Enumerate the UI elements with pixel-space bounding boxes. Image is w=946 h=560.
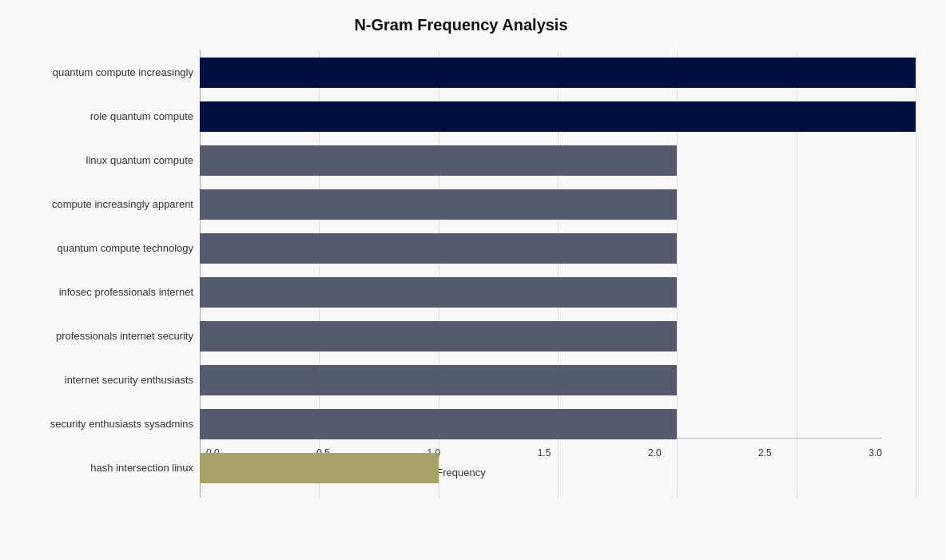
bar [200,277,677,308]
bar-wrapper [200,314,882,358]
bar-row: role quantum compute [8,94,882,138]
chart-title: N-Gram Frequency Analysis [8,16,914,34]
bar-row: security enthusiasts sysadmins [8,402,882,446]
bar-wrapper [200,270,882,314]
bar [200,189,677,220]
bar [200,321,677,351]
bar-wrapper [200,138,882,182]
x-axis-tick-label: 2.5 [758,447,772,459]
bar-wrapper [200,94,916,138]
bar-row: linux quantum compute [8,138,882,182]
bar-label: linux quantum compute [8,154,200,166]
bar [200,365,677,395]
bar [200,453,439,483]
x-axis-tick-label: 2.0 [648,447,662,459]
bar-row: professionals internet security [8,314,882,358]
bar [200,409,677,439]
bar-wrapper [200,50,916,94]
bar-label: infosec professionals internet [8,286,200,298]
bar-wrapper [200,402,882,446]
bar-wrapper [200,226,882,270]
bar [200,58,916,88]
bar-row: compute increasingly apparent [8,182,882,226]
bar-row: quantum compute technology [8,226,882,270]
x-axis-tick-label: 3.0 [868,447,882,459]
bar [200,101,916,132]
bar [200,233,677,264]
bar-row: internet security enthusiasts [8,358,882,402]
bar [200,145,677,176]
bar-label: quantum compute technology [8,242,200,254]
x-axis-title: Frequency [8,467,914,479]
x-axis-tick-label: 1.5 [538,447,551,459]
bar-wrapper [200,358,882,402]
bar-label: security enthusiasts sysadmins [8,418,200,430]
bars-container: quantum compute increasinglyrole quantum… [8,50,882,490]
bar-label: internet security enthusiasts [8,374,200,386]
bar-label: professionals internet security [8,330,200,342]
bar-label: compute increasingly apparent [8,198,200,210]
bar-label: quantum compute increasingly [8,66,200,78]
chart-container: N-Gram Frequency Analysis quantum comput… [0,0,946,560]
bar-wrapper [200,182,882,226]
bar-label: role quantum compute [8,110,200,122]
bar-row: quantum compute increasingly [8,50,882,94]
bar-row: infosec professionals internet [8,270,882,314]
